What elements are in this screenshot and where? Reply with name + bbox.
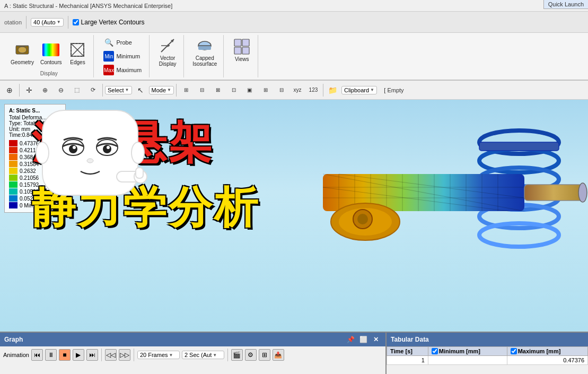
scale-dropdown[interactable]: 40 (Auto ▼	[31, 18, 64, 27]
copy-button[interactable]: ⊟	[195, 83, 209, 98]
geometry-label: Geometry	[11, 59, 34, 65]
table-row: 1 0.47376	[387, 356, 588, 365]
layout-button[interactable]: ▣	[242, 83, 257, 98]
graph-sep3	[227, 349, 228, 361]
minimum-icon: Min	[103, 51, 114, 62]
play-back-start-button[interactable]: ⏮	[31, 349, 43, 361]
cursor-button[interactable]: ↖	[133, 83, 148, 98]
svg-point-23	[103, 145, 111, 153]
pin-icon[interactable]: 📌	[345, 334, 356, 345]
frames-dropdown[interactable]: 20 Frames ▼	[137, 351, 180, 359]
clipboard-dropdown[interactable]: Clipboard ▼	[341, 86, 377, 94]
contours-label: Contours	[40, 59, 62, 65]
grid-view-button[interactable]: ⊞	[259, 349, 270, 361]
export-video-button[interactable]: 🎬	[231, 349, 243, 361]
sep1	[26, 16, 27, 29]
zoom-out-button[interactable]: ⊖	[54, 83, 68, 98]
legend-color-swatch	[9, 175, 17, 181]
mode-dropdown[interactable]: Mode ▼	[149, 86, 174, 94]
chart-button[interactable]: ⊟	[274, 83, 289, 98]
zoom-fit-button[interactable]: ⊕	[2, 83, 17, 98]
quick-launch-label: Quick Launch	[548, 1, 584, 7]
tabular-table-container: Time [s] Minimum [mm]	[387, 346, 588, 374]
graph-controls: Animation ⏮ ⏸ ■ ▶ ⏭ ◁◁ ▷▷ 20 Frames ▼ 2 …	[0, 346, 385, 363]
edges-icon	[69, 41, 86, 58]
mode-dropdown-arrow: ▼	[167, 88, 171, 92]
zoom-box-button[interactable]: ⬚	[69, 83, 84, 98]
display-group-label: Display	[40, 71, 58, 76]
clipboard-arrow: ▼	[370, 88, 374, 92]
settings-button[interactable]: ⚙	[245, 349, 257, 361]
svg-point-22	[69, 145, 77, 153]
svg-rect-61	[479, 142, 559, 151]
cell-time: 1	[387, 356, 428, 365]
maximum-label: Maximum	[116, 67, 142, 73]
large-vertex-checkbox-group: Large Vertex Contours	[73, 19, 145, 26]
svg-point-26	[87, 159, 93, 163]
folder-button[interactable]: 📁	[326, 83, 340, 98]
svg-rect-29	[136, 168, 143, 178]
capped-isosurface-button[interactable]: CappedIsosurface	[190, 36, 219, 68]
frame-fwd-button[interactable]: ▷▷	[119, 349, 130, 361]
mode-label: Mode	[152, 87, 166, 93]
contours-button[interactable]: Contours	[38, 40, 64, 67]
graph-panel: Graph 📌 ⬜ ✕ Animation ⏮ ⏸ ■ ▶ ⏭ ◁◁ ▷▷ 20…	[0, 333, 387, 374]
play-forward-button[interactable]: ▶	[73, 349, 84, 361]
geometry-button[interactable]: Geometry	[8, 40, 36, 67]
probe-button[interactable]: 🔍 Probe	[100, 36, 145, 49]
rotation-label: otation	[4, 19, 22, 25]
graph-header: Graph 📌 ⬜ ✕	[0, 333, 385, 346]
paste-button[interactable]: ⊠	[210, 83, 225, 98]
graph-header-icons: 📌 ⬜ ✕	[345, 334, 381, 345]
select-dropdown[interactable]: Select ▼	[105, 86, 132, 94]
ribbon-main: Geometry Contours	[0, 33, 588, 80]
scale-value: 40 (Auto	[33, 19, 56, 25]
snap-button[interactable]: ⊞	[179, 83, 194, 98]
views-button[interactable]: Views	[230, 36, 253, 64]
vector-display-group: VectorDisplay	[152, 35, 184, 77]
legend-color-swatch	[9, 168, 17, 174]
num-button[interactable]: 123	[306, 83, 321, 98]
minimum-button[interactable]: Min Minimum	[100, 50, 145, 63]
zoom-prev-button[interactable]: ⟳	[85, 83, 100, 98]
graph-title: Graph	[4, 336, 23, 343]
tb-sep4	[323, 84, 323, 97]
min-checkbox[interactable]	[432, 348, 438, 354]
svg-point-30	[36, 142, 49, 163]
viewport[interactable]: A: Static S... Total Deforma... Type: To…	[0, 100, 588, 332]
table-button[interactable]: ⊞	[258, 83, 273, 98]
quick-launch[interactable]: Quick Launch	[543, 0, 588, 9]
export-data-button[interactable]: 📤	[273, 349, 284, 361]
edges-button[interactable]: Edges	[66, 40, 89, 67]
svg-point-24	[73, 146, 76, 149]
tb-sep3	[176, 84, 177, 97]
svg-rect-16	[242, 39, 249, 46]
xyz-button[interactable]: xyz	[290, 83, 305, 98]
maximum-button[interactable]: Max Maximum	[100, 64, 145, 76]
play-to-end-button[interactable]: ⏭	[86, 349, 98, 361]
max-checkbox[interactable]	[511, 348, 517, 354]
vector-display-button[interactable]: VectorDisplay	[156, 36, 179, 68]
frames-label: 20 Frames	[140, 352, 168, 358]
grid-button[interactable]: ⊡	[226, 83, 241, 98]
large-vertex-checkbox[interactable]	[73, 19, 79, 25]
stop-button[interactable]: ■	[59, 349, 71, 361]
capped-isosurface-label: CappedIsosurface	[192, 55, 217, 67]
mascot-image	[32, 100, 148, 206]
large-vertex-label: Large Vertex Contours	[81, 19, 145, 26]
minimum-label: Minimum	[116, 53, 140, 59]
zoom-in-button[interactable]: ⊕	[38, 83, 52, 98]
pan-button[interactable]: ✛	[22, 83, 37, 98]
duration-dropdown[interactable]: 2 Sec (Aut ▼	[182, 351, 224, 359]
select-dropdown-arrow: ▼	[125, 88, 129, 92]
maximize-icon[interactable]: ⬜	[358, 334, 368, 345]
contours-gradient	[42, 44, 59, 56]
step-back-button[interactable]: ⏸	[45, 349, 57, 361]
frame-back-button[interactable]: ◁◁	[105, 349, 117, 361]
legend-color-swatch	[9, 147, 17, 153]
display-buttons: Geometry Contours	[8, 36, 89, 71]
svg-point-1	[18, 47, 27, 53]
close-icon[interactable]: ✕	[371, 334, 381, 345]
sep2	[68, 16, 68, 29]
probe-label: Probe	[116, 39, 131, 46]
